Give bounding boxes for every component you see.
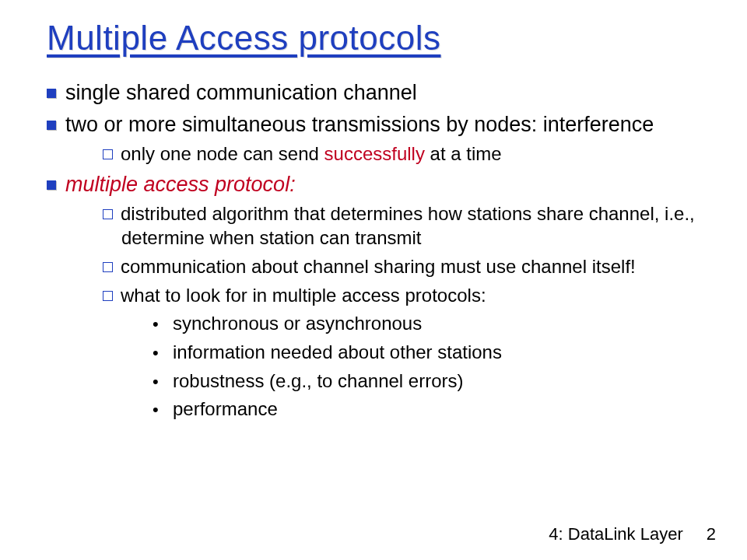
square-bullet-icon	[47, 121, 56, 130]
bullet-text: communication about channel sharing must…	[121, 256, 636, 277]
bullet-item: multiple access protocol: distributed al…	[47, 171, 700, 422]
bullet-item: single shared communication channel	[47, 79, 700, 107]
bullet-list-level2: distributed algorithm that determines ho…	[68, 202, 700, 422]
bullet-item: •synchronous or asynchronous	[167, 312, 700, 336]
bullet-list-level1: single shared communication channel two …	[47, 79, 700, 422]
square-bullet-icon	[47, 89, 56, 98]
bullet-text: only one node can send successfully at a…	[121, 143, 502, 164]
bullet-text: information needed about other stations	[173, 341, 502, 362]
slide: Multiple Access protocols single shared …	[0, 0, 747, 560]
bullet-item: •performance	[167, 397, 700, 422]
square-bullet-icon	[47, 180, 56, 190]
bullet-text: performance	[173, 398, 278, 419]
page-number: 2	[707, 524, 716, 544]
footer-label: 4: DataLink Layer	[549, 524, 682, 544]
bullet-text: distributed algorithm that determines ho…	[121, 203, 695, 248]
bullet-item: distributed algorithm that determines ho…	[103, 202, 700, 250]
text-fragment: only one node can send	[121, 143, 324, 164]
bullet-item: what to look for in multiple access prot…	[103, 284, 700, 422]
slide-title: Multiple Access protocols	[47, 19, 700, 58]
hollow-square-bullet-icon	[103, 262, 113, 272]
bullet-item: only one node can send successfully at a…	[103, 142, 700, 166]
bullet-text: two or more simultaneous transmissions b…	[65, 113, 654, 136]
slide-footer: 4: DataLink Layer2	[549, 524, 716, 544]
bullet-text-emphasis: multiple access protocol:	[65, 173, 296, 196]
emphasis-text: successfully	[324, 143, 425, 164]
bullet-text: what to look for in multiple access prot…	[121, 285, 486, 306]
hollow-square-bullet-icon	[103, 291, 113, 301]
bullet-list-level3: •synchronous or asynchronous •informatio…	[121, 312, 700, 422]
bullet-item: •information needed about other stations	[167, 341, 700, 365]
bullet-text: robustness (e.g., to channel errors)	[173, 370, 464, 391]
hollow-square-bullet-icon	[103, 149, 113, 159]
text-fragment: at a time	[425, 143, 502, 164]
bullet-text: single shared communication channel	[65, 81, 417, 104]
bullet-item: communication about channel sharing must…	[103, 255, 700, 279]
bullet-item: •robustness (e.g., to channel errors)	[167, 369, 700, 394]
bullet-text: synchronous or asynchronous	[173, 313, 422, 334]
hollow-square-bullet-icon	[103, 209, 113, 219]
bullet-item: two or more simultaneous transmissions b…	[47, 111, 700, 166]
bullet-list-level2: only one node can send successfully at a…	[68, 142, 700, 166]
